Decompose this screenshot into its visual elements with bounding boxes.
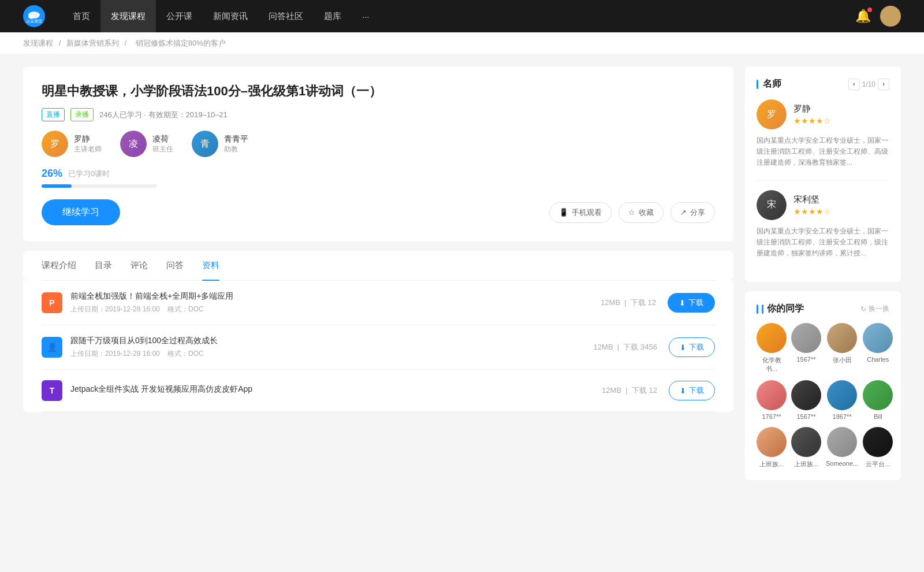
- resource-item-2: 👤 跟随千万级项目从0到100全过程高效成长 上传日期：2019-12-28 1…: [42, 325, 715, 370]
- resource-icon-letter-3: T: [50, 386, 55, 395]
- classmate-6[interactable]: 1567**: [791, 380, 821, 420]
- classmate-1[interactable]: 化学教书...: [757, 323, 787, 373]
- resource-icon-2: 👤: [42, 337, 62, 358]
- sidebar-teacher-2: 宋 宋利坚 ★★★★☆ 国内某重点大学安全工程专业硕士，国家一级注册消防工程师、…: [757, 190, 889, 259]
- sidebar-teacher-stars-1: ★★★★☆: [793, 116, 831, 125]
- teacher-avatar-qingqingping: 青: [192, 131, 218, 157]
- sidebar-teacher-avatar-1: 罗: [757, 99, 787, 129]
- resource-name-3: Jetpack全组件实战 开发短视频应用高仿皮皮虾App: [70, 384, 602, 395]
- classmate-2[interactable]: 1567**: [791, 323, 821, 373]
- continue-study-button[interactable]: 继续学习: [42, 199, 120, 225]
- nav-item-open[interactable]: 公开课: [156, 0, 203, 32]
- teacher-luojing: 罗 罗静 主讲老师: [42, 131, 102, 157]
- download-button-1[interactable]: ⬇ 下载: [668, 293, 715, 313]
- classmates-accent-bar: [762, 304, 763, 314]
- teacher-avatar-linghe: 凌: [120, 131, 147, 157]
- classmate-avatar-1: [757, 323, 787, 353]
- resource-list: P 前端全栈加强版！前端全栈+全周期+多端应用 上传日期：2019-12-28 …: [23, 281, 733, 412]
- classmates-title: 你的同学: [757, 303, 804, 315]
- classmate-7[interactable]: 1867**: [826, 380, 858, 420]
- sidebar-teacher-name-2: 宋利坚: [793, 194, 831, 205]
- classmate-name-2: 1567**: [796, 356, 815, 363]
- classmate-3[interactable]: 张小田: [826, 323, 858, 373]
- sidebar-teacher-info-2: 宋利坚 ★★★★☆: [793, 194, 831, 216]
- refresh-classmates-button[interactable]: ↻ 换一换: [860, 304, 889, 314]
- classmate-5[interactable]: 1767**: [757, 380, 787, 420]
- classmate-4[interactable]: Charles: [863, 323, 893, 373]
- classmate-avatar-8: [863, 380, 893, 410]
- breadcrumb-sep-1: /: [59, 39, 63, 47]
- teacher-name-qingqingping: 青青平: [224, 134, 248, 144]
- teacher-prev-btn[interactable]: ‹: [848, 79, 860, 90]
- share-icon: ↗: [680, 208, 687, 217]
- title-accent-bar: [757, 80, 758, 89]
- nav-item-more[interactable]: ···: [352, 0, 380, 32]
- teacher-avatar-luojing: 罗: [42, 131, 68, 157]
- nav-item-home[interactable]: 首页: [62, 0, 100, 32]
- resource-name-1: 前端全栈加强版！前端全栈+全周期+多端应用: [70, 291, 601, 302]
- breadcrumb-link-2[interactable]: 新媒体营销系列: [66, 39, 119, 47]
- progress-section: 26% 已学习0课时: [42, 168, 715, 188]
- teacher-next-btn[interactable]: ›: [878, 79, 889, 90]
- mobile-watch-label: 手机观看: [572, 207, 602, 218]
- favorite-button[interactable]: ☆ 收藏: [619, 202, 664, 223]
- tab-resources[interactable]: 资料: [202, 251, 219, 280]
- bell-button[interactable]: 🔔: [855, 9, 871, 24]
- nav-item-qa[interactable]: 问答社区: [258, 0, 314, 32]
- classmate-avatar-5: [757, 380, 787, 410]
- teacher-page-num: 1/10: [862, 80, 875, 88]
- classmate-name-4: Charles: [867, 356, 889, 363]
- classmate-avatar-9: [757, 427, 787, 457]
- tabs-row: 课程介绍 目录 评论 问答 资料: [42, 251, 715, 281]
- resource-date-2: 上传日期：2019-12-28 16:00: [70, 350, 160, 358]
- tab-qa[interactable]: 问答: [166, 251, 184, 280]
- resource-stats-3: 12MB | 下载 12: [602, 385, 657, 396]
- classmate-avatar-3: [827, 323, 857, 353]
- classmate-name-9: 上班族...: [759, 460, 784, 469]
- nav-item-discover[interactable]: 发现课程: [100, 0, 156, 32]
- teachers-divider: [757, 180, 889, 181]
- teacher-info-linghe: 凌荷 班主任: [152, 134, 173, 154]
- course-tags: 直播 录播 246人已学习 · 有效期至：2019–10–21: [42, 108, 715, 121]
- tab-toc[interactable]: 目录: [95, 251, 112, 280]
- classmate-name-11: Someone...: [826, 460, 858, 467]
- share-button[interactable]: ↗ 分享: [670, 202, 715, 223]
- classmate-12[interactable]: 云平台...: [863, 427, 893, 469]
- teachers-sidebar-title: 名师: [763, 78, 781, 90]
- classmate-11[interactable]: Someone...: [826, 427, 858, 469]
- resource-meta-2: 上传日期：2019-12-28 16:00 格式：DOC: [70, 349, 594, 359]
- svg-text:云朵课堂: 云朵课堂: [26, 19, 42, 23]
- nav-item-quiz[interactable]: 题库: [314, 0, 352, 32]
- download-button-3[interactable]: ⬇ 下载: [669, 381, 715, 400]
- classmate-10[interactable]: 上班族...: [791, 427, 821, 469]
- classmate-8[interactable]: Bill: [863, 380, 893, 420]
- classmate-name-8: Bill: [874, 413, 882, 420]
- tab-comments[interactable]: 评论: [131, 251, 148, 280]
- main-layout: 明星中教授课，小学阶段语法100分–强化级第1讲动词（一） 直播 录播 246人…: [0, 55, 924, 501]
- sidebar-teacher-info-1: 罗静 ★★★★☆: [793, 103, 831, 125]
- download-icon-3: ⬇: [680, 387, 686, 395]
- tab-intro[interactable]: 课程介绍: [42, 251, 76, 280]
- breadcrumb-link-1[interactable]: 发现课程: [23, 39, 53, 47]
- teacher-qingqingping: 青 青青平 助教: [192, 131, 248, 157]
- teacher-pagination: ‹ 1/10 ›: [848, 79, 889, 90]
- favorite-label: 收藏: [639, 207, 654, 218]
- tag-recorded: 录播: [70, 108, 94, 121]
- classmate-name-1: 化学教书...: [757, 356, 787, 373]
- download-button-2[interactable]: ⬇ 下载: [669, 337, 715, 357]
- resource-downloads-2: 下载 3456: [623, 343, 657, 351]
- nav-item-news[interactable]: 新闻资讯: [203, 0, 258, 32]
- classmates-title-text: 你的同学: [767, 303, 804, 315]
- user-avatar-nav[interactable]: [880, 6, 901, 27]
- breadcrumb: 发现课程 / 新媒体营销系列 / 销冠修炼术搞定80%的客户: [0, 32, 924, 55]
- teacher-info-qingqingping: 青青平 助教: [224, 134, 248, 154]
- resource-item-3: T Jetpack全组件实战 开发短视频应用高仿皮皮虾App 12MB | 下载…: [42, 370, 715, 412]
- resource-size-1: 12MB: [601, 298, 620, 307]
- resource-stats-2: 12MB | 下载 3456: [594, 342, 657, 352]
- teacher-role-luojing: 主讲老师: [74, 144, 102, 154]
- classmate-9[interactable]: 上班族...: [757, 427, 787, 469]
- navbar: 云朵课堂 首页 发现课程 公开课 新闻资讯 问答社区 题库 ··· 🔔: [0, 0, 924, 32]
- classmate-name-10: 上班族...: [794, 460, 818, 469]
- logo[interactable]: 云朵课堂: [23, 5, 45, 27]
- mobile-watch-button[interactable]: 📱 手机观看: [549, 202, 612, 223]
